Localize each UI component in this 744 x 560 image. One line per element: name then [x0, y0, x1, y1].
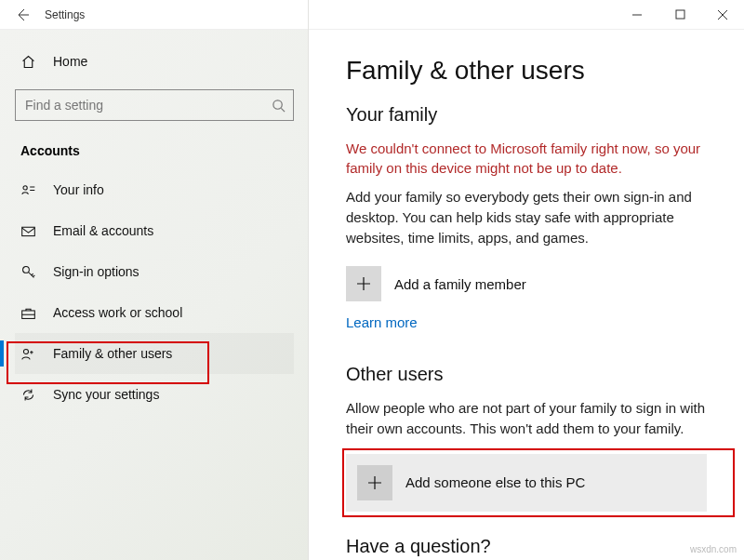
- sidebar-item-access-work-school[interactable]: Access work or school: [15, 292, 294, 333]
- add-someone-else-button[interactable]: Add someone else to this PC: [346, 454, 707, 512]
- maximize-button[interactable]: [658, 0, 701, 30]
- svg-rect-0: [676, 10, 684, 19]
- briefcase-icon: [20, 305, 36, 321]
- arrow-left-icon: [15, 7, 30, 22]
- sidebar: Home Accounts Your info Email & accounts…: [0, 30, 309, 560]
- sidebar-item-label: Sign-in options: [53, 264, 140, 279]
- sync-icon: [20, 387, 36, 403]
- minimize-icon: [631, 9, 643, 20]
- home-label: Home: [53, 54, 87, 69]
- svg-point-1: [273, 100, 282, 108]
- sidebar-item-email-accounts[interactable]: Email & accounts: [15, 210, 294, 251]
- have-question-heading: Have a question?: [346, 536, 707, 557]
- svg-point-2: [23, 185, 27, 189]
- sidebar-item-label: Sync your settings: [53, 387, 159, 402]
- person-card-icon: [20, 182, 36, 198]
- sidebar-item-sync-settings[interactable]: Sync your settings: [15, 374, 294, 415]
- family-error-text: We couldn't connect to Microsoft family …: [346, 139, 707, 178]
- sidebar-item-signin-options[interactable]: Sign-in options: [15, 251, 294, 292]
- home-button[interactable]: Home: [15, 43, 294, 80]
- plus-icon-box: [346, 266, 381, 301]
- learn-more-link[interactable]: Learn more: [346, 314, 418, 330]
- sidebar-item-label: Email & accounts: [53, 223, 153, 238]
- sidebar-item-your-info[interactable]: Your info: [15, 169, 294, 210]
- add-family-member-label: Add a family member: [394, 276, 526, 292]
- minimize-button[interactable]: [616, 0, 658, 30]
- back-button[interactable]: [7, 0, 37, 30]
- main-pane: Family & other users Your family We coul…: [309, 30, 744, 560]
- key-icon: [20, 264, 36, 280]
- titlebar: Settings: [0, 0, 744, 30]
- close-button[interactable]: [701, 0, 744, 30]
- other-users-paragraph: Allow people who are not part of your fa…: [346, 398, 707, 439]
- svg-point-4: [23, 266, 30, 273]
- plus-icon-box: [357, 465, 392, 500]
- search-input[interactable]: [23, 97, 272, 113]
- add-someone-else-label: Add someone else to this PC: [405, 474, 585, 490]
- sidebar-item-label: Access work or school: [53, 305, 182, 320]
- people-icon: [20, 346, 36, 362]
- mail-icon: [20, 223, 36, 239]
- add-family-member-button[interactable]: Add a family member: [346, 262, 707, 305]
- search-icon: [272, 99, 286, 113]
- other-users-heading: Other users: [346, 364, 707, 385]
- app-title: Settings: [45, 8, 616, 21]
- watermark: wsxdn.com: [690, 544, 737, 554]
- plus-icon: [365, 473, 384, 492]
- sidebar-item-label: Your info: [53, 182, 104, 197]
- maximize-icon: [675, 9, 685, 20]
- family-heading: Your family: [346, 104, 707, 126]
- svg-point-6: [23, 349, 28, 353]
- search-box[interactable]: [15, 89, 294, 121]
- close-icon: [717, 9, 728, 20]
- plus-icon: [354, 274, 373, 293]
- svg-rect-3: [22, 227, 35, 235]
- home-icon: [20, 54, 36, 70]
- sidebar-item-family-other-users[interactable]: Family & other users: [15, 333, 294, 374]
- family-paragraph: Add your family so everybody gets their …: [346, 187, 707, 247]
- sidebar-category: Accounts: [15, 138, 294, 169]
- page-title: Family & other users: [346, 56, 707, 86]
- sidebar-item-label: Family & other users: [53, 346, 172, 361]
